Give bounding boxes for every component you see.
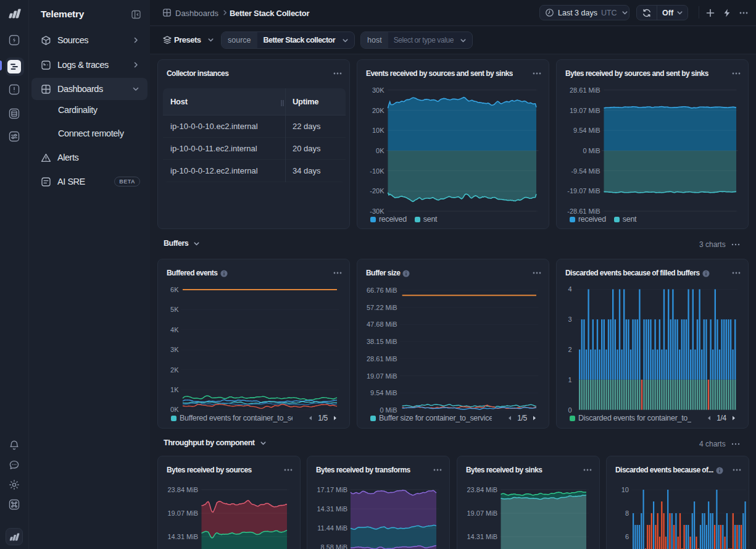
svg-text:6: 6 bbox=[625, 533, 629, 540]
svg-text:0: 0 bbox=[568, 406, 571, 414]
svg-text:0 MiB: 0 MiB bbox=[583, 147, 600, 154]
svg-text:10K: 10K bbox=[372, 127, 384, 134]
svg-text:20K: 20K bbox=[372, 107, 384, 114]
svg-text:38.15 MiB: 38.15 MiB bbox=[367, 338, 397, 345]
svg-text:10: 10 bbox=[621, 486, 629, 493]
svg-text:2K: 2K bbox=[170, 366, 179, 374]
svg-text:30K: 30K bbox=[372, 86, 384, 94]
svg-text:1: 1 bbox=[568, 376, 571, 383]
svg-text:0K: 0K bbox=[376, 147, 384, 154]
svg-text:-9.54 MiB: -9.54 MiB bbox=[571, 167, 600, 175]
svg-text:19.07 MiB: 19.07 MiB bbox=[367, 372, 397, 380]
svg-text:19.07 MiB: 19.07 MiB bbox=[167, 509, 198, 517]
svg-text:6K: 6K bbox=[170, 286, 179, 293]
svg-text:8: 8 bbox=[625, 509, 629, 517]
svg-text:14.31 MiB: 14.31 MiB bbox=[167, 533, 198, 540]
svg-text:1K: 1K bbox=[170, 386, 179, 393]
svg-text:66.76 MiB: 66.76 MiB bbox=[367, 287, 397, 294]
svg-text:23.84 MiB: 23.84 MiB bbox=[167, 486, 198, 493]
svg-text:-10K: -10K bbox=[370, 167, 384, 175]
svg-text:9.54 MiB: 9.54 MiB bbox=[370, 389, 397, 396]
svg-text:23.84 MiB: 23.84 MiB bbox=[467, 486, 497, 493]
svg-text:47.68 MiB: 47.68 MiB bbox=[367, 321, 397, 328]
svg-text:5K: 5K bbox=[170, 306, 179, 313]
svg-text:-20K: -20K bbox=[370, 187, 384, 195]
svg-text:11.44 MiB: 11.44 MiB bbox=[317, 524, 347, 532]
svg-text:28.61 MiB: 28.61 MiB bbox=[367, 355, 397, 363]
svg-text:19.07 MiB: 19.07 MiB bbox=[467, 509, 497, 517]
svg-text:57.22 MiB: 57.22 MiB bbox=[367, 304, 397, 311]
svg-text:14.31 MiB: 14.31 MiB bbox=[467, 533, 497, 540]
svg-text:3: 3 bbox=[568, 316, 571, 323]
svg-text:4K: 4K bbox=[170, 326, 179, 333]
svg-text:3K: 3K bbox=[170, 346, 179, 353]
svg-text:28.61 MiB: 28.61 MiB bbox=[570, 86, 600, 94]
svg-text:2: 2 bbox=[568, 346, 571, 353]
svg-text:8.58 MiB: 8.58 MiB bbox=[321, 543, 347, 549]
svg-text:-19.07 MiB: -19.07 MiB bbox=[567, 187, 600, 195]
svg-text:14.31 MiB: 14.31 MiB bbox=[317, 505, 347, 513]
svg-text:4: 4 bbox=[568, 285, 571, 293]
svg-text:19.07 MiB: 19.07 MiB bbox=[570, 107, 600, 114]
svg-text:17.17 MiB: 17.17 MiB bbox=[317, 486, 347, 493]
svg-text:9.54 MiB: 9.54 MiB bbox=[573, 127, 600, 134]
svg-text:0K: 0K bbox=[170, 406, 179, 413]
